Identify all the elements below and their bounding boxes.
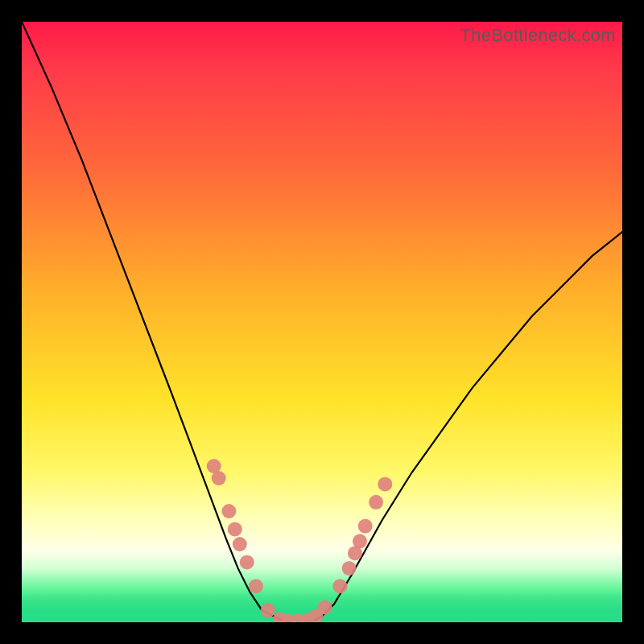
curve-group <box>22 22 622 622</box>
marker-dot <box>342 561 357 576</box>
marker-dot <box>332 579 347 593</box>
chart-overlay <box>22 22 622 622</box>
marker-dot <box>221 504 236 518</box>
bottleneck-curve-path <box>22 22 622 622</box>
marker-dot <box>378 477 392 491</box>
marker-dot <box>358 519 373 534</box>
marker-dot <box>240 555 254 569</box>
marker-dot <box>228 522 242 536</box>
marker-dot <box>233 537 247 551</box>
marker-dot <box>369 495 383 510</box>
chart-frame: TheBottleneck.com <box>0 0 644 644</box>
marker-dot <box>261 603 275 617</box>
watermark-label: TheBottleneck.com <box>460 25 616 46</box>
plot-area: TheBottleneck.com <box>22 22 622 622</box>
marker-dot <box>249 579 263 593</box>
marker-dot <box>318 600 332 614</box>
marker-dot <box>212 471 226 485</box>
markers-group <box>207 459 393 622</box>
marker-dot <box>353 534 367 548</box>
